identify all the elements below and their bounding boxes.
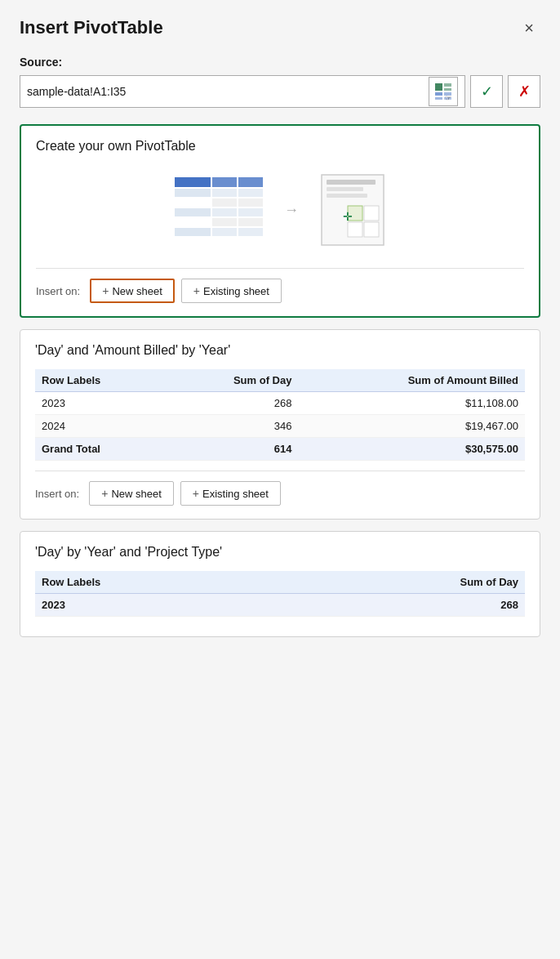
source-row: sample-data!A1:I35 ☞ ✓ ✗	[20, 75, 540, 108]
cancel-source-button[interactable]: ✗	[508, 75, 540, 108]
pivot-illustration-right: ✛	[320, 173, 385, 247]
cell-day-1: 268	[167, 392, 299, 415]
svg-rect-20	[175, 218, 211, 226]
insert-on-label: Insert on:	[36, 285, 80, 297]
svg-rect-14	[175, 198, 211, 207]
svg-rect-18	[212, 208, 237, 216]
close-button[interactable]: ×	[518, 16, 540, 39]
svg-rect-34	[364, 222, 379, 237]
table-illustration	[175, 177, 264, 243]
col3-header-2: Sum of Day	[281, 571, 525, 594]
table-row: 2024 346 $19,467.00	[35, 415, 525, 438]
svg-rect-11	[175, 189, 211, 197]
col-header-3: Sum of Amount Billed	[298, 369, 525, 392]
svg-rect-32	[364, 206, 379, 221]
plus-icon: +	[102, 284, 109, 297]
source-grid-icon-button[interactable]: ☞	[429, 77, 458, 106]
divider	[36, 268, 524, 269]
create-own-title: Create your own PivotTable	[36, 139, 524, 154]
svg-rect-30	[327, 194, 367, 198]
grand-total-label: Grand Total	[35, 438, 167, 461]
svg-rect-24	[212, 228, 237, 236]
svg-rect-23	[175, 228, 211, 236]
svg-rect-13	[238, 189, 263, 197]
divider-2	[35, 471, 525, 471]
new-sheet-label-2: New sheet	[111, 488, 161, 500]
pivot-illustration: → ✛	[36, 165, 524, 255]
cell-amount-1: $11,108.00	[298, 392, 525, 415]
cell-year-2: 2024	[35, 415, 167, 438]
card-day-year-project: 'Day' by 'Year' and 'Project Type' Row L…	[20, 531, 540, 637]
existing-sheet-button-2[interactable]: + Existing sheet	[180, 481, 281, 506]
svg-rect-21	[212, 218, 237, 226]
table-row-3: 2023 268	[35, 594, 525, 617]
svg-rect-5	[435, 97, 442, 100]
svg-rect-9	[212, 177, 237, 187]
svg-rect-19	[238, 208, 263, 216]
existing-sheet-label-1: Existing sheet	[203, 285, 269, 297]
table-row: 2023 268 $11,108.00	[35, 392, 525, 415]
pivot-table-3: Row Labels Sum of Day 2023 268	[35, 571, 525, 617]
col-header-1: Row Labels	[35, 369, 167, 392]
svg-rect-25	[238, 228, 263, 236]
plus-icon-3: +	[101, 487, 108, 500]
svg-rect-12	[212, 189, 237, 197]
arrow-icon: →	[284, 202, 300, 218]
grand-total-row: Grand Total 614 $30,575.00	[35, 438, 525, 461]
cell-amount-2: $19,467.00	[298, 415, 525, 438]
svg-rect-17	[175, 208, 211, 216]
plus-icon-4: +	[193, 487, 199, 500]
confirm-button[interactable]: ✓	[470, 75, 503, 108]
cell3-day-1: 268	[281, 594, 525, 617]
svg-rect-22	[238, 218, 263, 226]
new-sheet-button-2[interactable]: + New sheet	[89, 481, 174, 506]
new-sheet-button-1[interactable]: + New sheet	[90, 279, 175, 303]
cell-year-1: 2023	[35, 392, 167, 415]
svg-rect-29	[327, 187, 363, 191]
svg-text:☞: ☞	[445, 94, 451, 101]
new-sheet-label-1: New sheet	[112, 285, 162, 297]
svg-rect-28	[327, 180, 376, 185]
grid-icon: ☞	[433, 82, 453, 101]
source-value: sample-data!A1:I35	[27, 85, 429, 98]
dialog-title: Insert PivotTable	[20, 17, 163, 38]
svg-text:✛: ✛	[343, 210, 353, 223]
insert-on-row: Insert on: + New sheet + Existing sheet	[36, 279, 524, 303]
svg-rect-3	[435, 92, 442, 96]
svg-rect-33	[348, 222, 362, 237]
insert-on-label-2: Insert on:	[35, 488, 79, 500]
card-day-amount: 'Day' and 'Amount Billed' by 'Year' Row …	[20, 329, 540, 520]
col-header-2: Sum of Day	[167, 369, 299, 392]
grand-total-day: 614	[167, 438, 299, 461]
existing-sheet-button-1[interactable]: + Existing sheet	[181, 279, 282, 303]
svg-text:→: →	[284, 202, 299, 218]
pivot-table-2: Row Labels Sum of Day Sum of Amount Bill…	[35, 369, 525, 461]
svg-rect-15	[212, 198, 237, 207]
source-label: Source:	[20, 56, 540, 69]
plus-icon-2: +	[193, 284, 200, 297]
svg-rect-10	[238, 177, 263, 187]
table-header-row: Row Labels Sum of Day Sum of Amount Bill…	[35, 369, 525, 392]
cell-day-2: 346	[167, 415, 299, 438]
dialog: Insert PivotTable × Source: sample-data!…	[0, 0, 560, 959]
grand-total-amount: $30,575.00	[298, 438, 525, 461]
source-input-wrap: sample-data!A1:I35 ☞	[20, 75, 465, 108]
svg-rect-2	[444, 88, 451, 91]
svg-rect-0	[435, 83, 442, 91]
insert-on-row-2: Insert on: + New sheet + Existing sheet	[35, 481, 525, 506]
card3-title: 'Day' by 'Year' and 'Project Type'	[35, 545, 525, 560]
create-own-card: Create your own PivotTable	[20, 124, 540, 318]
svg-rect-1	[444, 83, 451, 87]
card2-title: 'Day' and 'Amount Billed' by 'Year'	[35, 343, 525, 358]
svg-rect-16	[238, 198, 263, 207]
svg-rect-8	[175, 177, 211, 187]
dialog-header: Insert PivotTable ×	[20, 16, 540, 39]
existing-sheet-label-2: Existing sheet	[202, 488, 269, 500]
cell3-year-1: 2023	[35, 594, 281, 617]
table-header-row-3: Row Labels Sum of Day	[35, 571, 525, 594]
col3-header-1: Row Labels	[35, 571, 281, 594]
